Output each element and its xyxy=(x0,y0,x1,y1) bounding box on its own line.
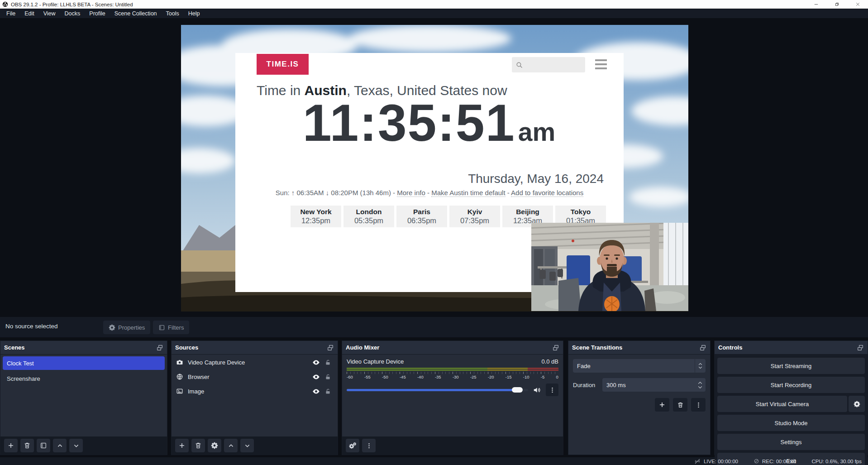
popout-icon xyxy=(156,344,163,351)
menu-tools[interactable]: Tools xyxy=(162,9,184,19)
mixer-channel-menu-button[interactable] xyxy=(546,384,558,396)
remove-transition-button[interactable] xyxy=(673,398,687,412)
source-item-image[interactable]: Image xyxy=(172,384,338,398)
scene-move-down-button[interactable] xyxy=(69,439,83,452)
favorite-locations-link: Add to favorite locations xyxy=(511,189,583,197)
advanced-audio-button[interactable] xyxy=(346,439,359,452)
transitions-header[interactable]: Scene Transitions xyxy=(568,341,710,355)
chevron-down-icon xyxy=(698,366,702,369)
menu-edit[interactable]: Edit xyxy=(20,9,39,19)
sources-panel-header[interactable]: Sources xyxy=(172,341,338,355)
audio-mixer-header[interactable]: Audio Mixer xyxy=(342,341,563,355)
eye-icon[interactable] xyxy=(312,388,320,395)
virtual-camera-config-button[interactable] xyxy=(849,396,865,412)
combo-arrows[interactable] xyxy=(695,359,706,373)
filters-button[interactable]: Filters xyxy=(153,321,189,334)
sources-list: Video Capture Device Browser Image xyxy=(172,355,338,436)
gear-icon xyxy=(211,442,218,449)
lock-open-icon[interactable] xyxy=(324,359,331,366)
source-move-down-button[interactable] xyxy=(240,439,254,452)
source-move-up-button[interactable] xyxy=(224,439,238,452)
rec-time: REC: 00:00:00 xyxy=(762,459,796,464)
controls-header[interactable]: Controls xyxy=(715,341,868,355)
transition-select[interactable]: Fade xyxy=(573,359,706,373)
controls-panel: Controls Start Streaming Start Recording… xyxy=(714,340,868,455)
duration-label: Duration xyxy=(573,382,598,388)
live-time: LIVE: 00:00:00 xyxy=(704,459,738,464)
remove-source-button[interactable] xyxy=(191,439,205,452)
add-scene-button[interactable] xyxy=(4,439,18,452)
make-default-link: Make Austin time default xyxy=(431,189,505,197)
chevron-up-icon xyxy=(228,442,234,449)
spin-up-button[interactable] xyxy=(698,381,702,384)
duration-spinbox[interactable]: 300 ms xyxy=(602,378,706,392)
gear-icon xyxy=(109,324,115,331)
source-item-browser[interactable]: Browser xyxy=(172,370,338,384)
trash-icon xyxy=(24,442,31,449)
eye-icon[interactable] xyxy=(312,373,320,381)
meter-tick-labels: -60-55-50 -45-40-35 -30-25-20 -15-10-5 0 xyxy=(347,374,558,379)
filter-icon xyxy=(158,324,165,331)
minimize-button[interactable] xyxy=(806,0,826,9)
globe-icon xyxy=(176,373,183,380)
status-bar: LIVE: 00:00:00 REC: 00:00:00 CPU: 0.6%, … xyxy=(0,457,868,465)
maximize-button[interactable] xyxy=(826,0,847,9)
properties-button[interactable]: Properties xyxy=(103,321,150,334)
spin-down-button[interactable] xyxy=(698,386,702,389)
close-button[interactable] xyxy=(847,0,868,9)
search-icon xyxy=(515,61,523,69)
popout-icon xyxy=(552,344,559,351)
chevron-down-icon xyxy=(244,442,251,449)
add-source-button[interactable] xyxy=(175,439,189,452)
menu-bar: File Edit View Docks Profile Scene Colle… xyxy=(0,9,868,18)
source-item-video-capture[interactable]: Video Capture Device xyxy=(172,355,338,369)
audio-mixer-panel: Audio Mixer Video Capture Device 0.0 dB … xyxy=(342,340,563,455)
studio-mode-button[interactable]: Studio Mode xyxy=(717,415,865,431)
menu-file[interactable]: File xyxy=(2,9,20,19)
start-recording-button[interactable]: Start Recording xyxy=(717,377,865,393)
start-virtual-camera-button[interactable]: Start Virtual Camera xyxy=(717,396,847,412)
source-selection-bar: No source selected Properties Filters xyxy=(0,317,868,337)
timeis-logo: TIME.IS xyxy=(257,54,309,75)
scenes-panel-header[interactable]: Scenes xyxy=(0,341,167,355)
menu-profile[interactable]: Profile xyxy=(85,9,110,19)
scene-item-screenshare[interactable]: Screenshare xyxy=(3,372,165,385)
add-transition-button[interactable] xyxy=(655,398,669,412)
mixer-channel: Video Capture Device 0.0 dB -60-55-50 -4… xyxy=(342,355,563,436)
scene-move-up-button[interactable] xyxy=(53,439,67,452)
menu-help[interactable]: Help xyxy=(184,9,205,19)
mixer-menu-button[interactable] xyxy=(362,439,376,452)
mixer-channel-name: Video Capture Device xyxy=(347,358,541,365)
volume-slider[interactable] xyxy=(347,389,528,391)
menu-scene-collection[interactable]: Scene Collection xyxy=(110,9,162,19)
popout-icon xyxy=(699,344,706,351)
plus-icon xyxy=(7,442,14,449)
remove-scene-button[interactable] xyxy=(20,439,34,452)
source-properties-button[interactable] xyxy=(208,439,221,452)
lock-open-icon[interactable] xyxy=(324,388,331,395)
webcam-video-source[interactable] xyxy=(531,223,688,311)
preview-workspace: TIME.IS Time in Austin, Texas, United St… xyxy=(0,18,868,317)
sources-panel: Sources Video Capture Device Browser Ima… xyxy=(171,340,338,455)
eye-icon[interactable] xyxy=(312,359,320,366)
transition-menu-button[interactable] xyxy=(691,398,706,412)
menu-view[interactable]: View xyxy=(39,9,60,19)
selection-status: No source selected xyxy=(5,323,58,330)
speaker-icon[interactable] xyxy=(533,386,541,394)
settings-button[interactable]: Settings xyxy=(717,434,865,450)
menu-docks[interactable]: Docks xyxy=(60,9,85,19)
lock-open-icon[interactable] xyxy=(324,374,331,380)
scene-filters-button[interactable] xyxy=(37,439,50,452)
popout-icon xyxy=(327,344,334,351)
window-title: OBS 29.1.2 - Profile: LLHLS BETA - Scene… xyxy=(11,2,133,7)
more-info-link: More info xyxy=(397,189,425,197)
start-streaming-button[interactable]: Start Streaming xyxy=(717,358,865,374)
hamburger-icon xyxy=(595,59,607,69)
volume-slider-handle[interactable] xyxy=(512,387,523,393)
chevron-down-icon xyxy=(73,442,80,449)
image-icon xyxy=(176,388,183,395)
scene-item-clock-test[interactable]: Clock Test xyxy=(3,356,165,370)
sources-toolbar xyxy=(172,436,338,455)
preview-canvas[interactable]: TIME.IS Time in Austin, Texas, United St… xyxy=(181,25,688,312)
trash-icon xyxy=(195,442,202,449)
